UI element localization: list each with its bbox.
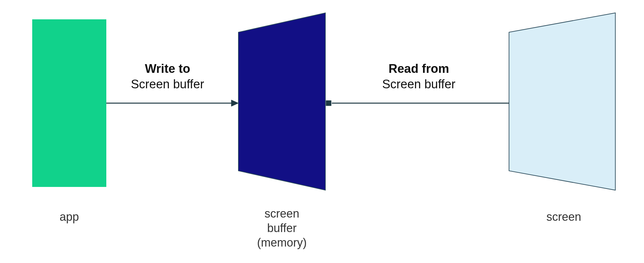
write-arrow-bold: Write to — [145, 62, 190, 75]
buffer-caption-line3: (memory) — [232, 235, 332, 250]
screen-shape — [509, 13, 615, 190]
svg-marker-1 — [231, 100, 238, 106]
read-arrow-sub: Screen buffer — [382, 77, 455, 91]
buffer-caption-line1: screen — [232, 206, 332, 221]
write-arrow — [106, 100, 238, 106]
buffer-caption: screen buffer (memory) — [232, 206, 332, 250]
app-caption: app — [26, 209, 113, 224]
svg-rect-3 — [326, 101, 331, 106]
buffer-caption-line2: buffer — [232, 221, 332, 235]
read-arrow-label: Read from Screen buffer — [361, 61, 477, 92]
read-arrow-bold: Read from — [389, 62, 449, 75]
diagram-stage: Write to Screen buffer Read from Screen … — [0, 0, 644, 263]
screen-buffer-shape — [238, 13, 325, 190]
read-arrow — [326, 101, 509, 106]
screen-caption: screen — [515, 209, 612, 224]
write-arrow-label: Write to Screen buffer — [116, 61, 219, 92]
write-arrow-sub: Screen buffer — [131, 77, 204, 91]
app-shape — [32, 19, 106, 187]
